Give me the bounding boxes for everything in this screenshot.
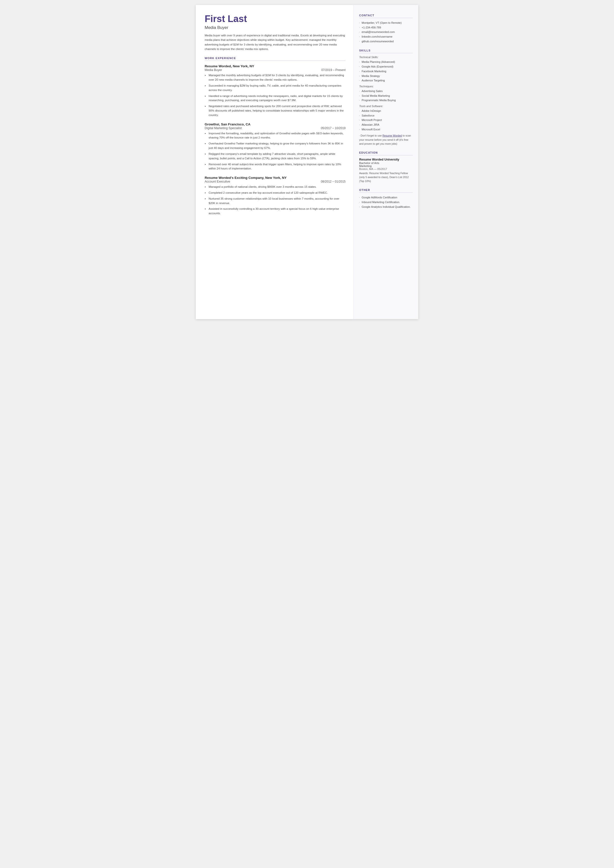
edu-school: Resume Worded University — [359, 158, 413, 161]
list-item: Managed a portfolio of national clients,… — [205, 185, 346, 189]
promo-text: · Don't forget to use Resume Worded to s… — [359, 134, 413, 146]
contact-linkedin: linkedin.com/in/username — [359, 34, 413, 39]
job-title-line-2: Digital Marketing Specialist 05/2017 – 1… — [205, 126, 346, 130]
job-block-3: Resume Worded's Exciting Company, New Yo… — [205, 176, 346, 216]
techniques-label: Techniques: — [359, 85, 413, 88]
job-bullets-2: Improved the formatting, readability, an… — [205, 131, 346, 171]
edu-awards: Awards: Resume Worded Teaching Fellow (o… — [359, 171, 413, 183]
list-item: Overhauled Growthsi Twitter marketing st… — [205, 142, 346, 150]
other-section: OTHER Google AdWords Certification Inbou… — [359, 188, 413, 209]
list-item: Succeeded in managing $2M by buying radi… — [205, 84, 346, 93]
other-item: Inbound Marketing Certification. — [359, 200, 413, 205]
edu-location: Boston, MA — 05/2017 — [359, 168, 413, 170]
skill-item: Adobe InDesign — [359, 109, 413, 113]
list-item: Negotiated rates and purchased advertisi… — [205, 104, 346, 117]
skill-item: Social Media Marketing — [359, 93, 413, 98]
job-title-line-3: Account Executive 08/2012 – 01/2015 — [205, 180, 346, 183]
job-block-1: Resume Worded, New York, NY Media Buyer … — [205, 64, 346, 117]
edu-field: Marketing — [359, 165, 413, 168]
list-item: Rejigged the company's email template by… — [205, 152, 346, 161]
job-role-2: Digital Marketing Specialist — [205, 126, 242, 130]
tools-label: Tools and Software: — [359, 105, 413, 107]
job-bullets-3: Managed a portfolio of national clients,… — [205, 185, 346, 216]
other-heading: OTHER — [359, 188, 413, 193]
job-company-1: Resume Worded, New York, NY — [205, 64, 346, 68]
job-dates-1: 07/2019 – Present — [321, 68, 346, 72]
list-item: Managed the monthly advertising budgets … — [205, 73, 346, 82]
skills-section: SKILLS Technical Skills: Media Planning … — [359, 49, 413, 146]
job-role-1: Media Buyer — [205, 68, 222, 72]
job-block-2: Growthsi, San Francisco, CA Digital Mark… — [205, 123, 346, 171]
contact-email: email@resumeworded.com — [359, 30, 413, 34]
skills-heading: SKILLS — [359, 49, 413, 53]
resume-worded-link[interactable]: Resume Worded — [382, 134, 402, 137]
edu-degree: Bachelor of Arts — [359, 162, 413, 165]
contact-location: Montpelier, VT (Open to Remote) — [359, 20, 413, 25]
candidate-summary: Media buyer with over 9 years of experie… — [205, 33, 346, 51]
skill-item: Microsoft Excel — [359, 127, 413, 132]
right-column: CONTACT Montpelier, VT (Open to Remote) … — [354, 5, 418, 319]
job-title-line-1: Media Buyer 07/2019 – Present — [205, 68, 346, 72]
job-bullets-1: Managed the monthly advertising budgets … — [205, 73, 346, 117]
skill-item: Atlassian JIRA — [359, 123, 413, 127]
skill-item: Salesforce — [359, 113, 413, 118]
resume-document: First Last Media Buyer Media buyer with … — [196, 5, 418, 319]
technical-skills-label: Technical Skills: — [359, 56, 413, 59]
candidate-title: Media Buyer — [205, 25, 346, 30]
work-experience-heading: WORK EXPERIENCE — [205, 57, 346, 61]
job-company-2: Growthsi, San Francisco, CA — [205, 123, 346, 126]
list-item: Removed over 40 email subject-line words… — [205, 162, 346, 171]
contact-phone: +1-234-456-789 — [359, 25, 413, 30]
list-item: Handled a range of advertising needs inc… — [205, 94, 346, 103]
other-item: Google Analytics Individual Qualificatio… — [359, 205, 413, 209]
list-item: Improved the formatting, readability, an… — [205, 131, 346, 140]
job-dates-3: 08/2012 – 01/2015 — [321, 180, 346, 183]
job-company-3: Resume Worded's Exciting Company, New Yo… — [205, 176, 346, 180]
other-item: Google AdWords Certification — [359, 195, 413, 200]
skill-item: Google Ads (Experienced) — [359, 64, 413, 69]
skill-item: Media Strategy — [359, 74, 413, 78]
contact-section: CONTACT Montpelier, VT (Open to Remote) … — [359, 14, 413, 44]
contact-heading: CONTACT — [359, 14, 413, 18]
skill-item: Programmatic Media Buying — [359, 98, 413, 103]
education-section: EDUCATION Resume Worded University Bache… — [359, 151, 413, 183]
job-dates-2: 05/2017 – 10/2019 — [321, 126, 346, 130]
job-role-3: Account Executive — [205, 180, 230, 183]
skill-item: Facebook Marketing — [359, 69, 413, 74]
list-item: Assisted in successfully controlling a 3… — [205, 207, 346, 216]
candidate-name: First Last — [205, 14, 346, 24]
contact-github: github.com/resumeworded — [359, 39, 413, 44]
list-item: Nurtured 35 strong customer relationship… — [205, 197, 346, 205]
left-column: First Last Media Buyer Media buyer with … — [196, 5, 354, 319]
list-item: Completed 2 consecutive years as the top… — [205, 191, 346, 195]
skill-item: Media Planning (Advanced) — [359, 60, 413, 64]
education-heading: EDUCATION — [359, 151, 413, 156]
skill-item: Microsoft Project — [359, 118, 413, 123]
skill-item: Audience Targeting — [359, 78, 413, 83]
skill-item: Advertising Sales — [359, 89, 413, 93]
